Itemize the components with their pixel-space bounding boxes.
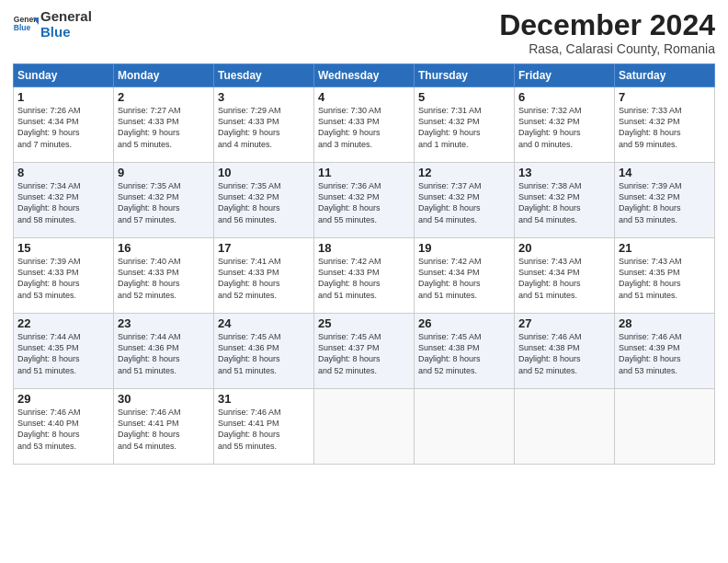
- day-number: 27: [518, 316, 610, 330]
- day-info: Sunrise: 7:45 AMSunset: 4:38 PMDaylight:…: [418, 331, 510, 376]
- day-number: 13: [518, 166, 610, 179]
- day-number: 14: [619, 166, 711, 179]
- day-cell: 17Sunrise: 7:41 AMSunset: 4:33 PMDayligh…: [214, 238, 314, 314]
- day-number: 20: [518, 241, 610, 255]
- day-cell: 8Sunrise: 7:34 AMSunset: 4:32 PMDaylight…: [14, 163, 114, 238]
- col-friday: Friday: [515, 64, 615, 87]
- day-number: 1: [17, 90, 109, 104]
- day-info: Sunrise: 7:27 AMSunset: 4:33 PMDaylight:…: [118, 105, 210, 150]
- day-info: Sunrise: 7:34 AMSunset: 4:32 PMDaylight:…: [17, 180, 109, 225]
- day-number: 21: [619, 241, 711, 255]
- day-info: Sunrise: 7:45 AMSunset: 4:37 PMDaylight:…: [318, 331, 410, 376]
- day-cell: [515, 389, 615, 465]
- logo-text: General Blue: [40, 9, 92, 40]
- col-thursday: Thursday: [415, 64, 515, 87]
- day-number: 17: [218, 241, 310, 255]
- day-info: Sunrise: 7:31 AMSunset: 4:32 PMDaylight:…: [418, 105, 510, 150]
- day-info: Sunrise: 7:29 AMSunset: 4:33 PMDaylight:…: [218, 105, 310, 150]
- day-number: 24: [218, 316, 310, 330]
- week-row-2: 8Sunrise: 7:34 AMSunset: 4:32 PMDaylight…: [14, 163, 715, 238]
- calendar-header-row: Sunday Monday Tuesday Wednesday Thursday…: [14, 64, 715, 87]
- calendar-table: Sunday Monday Tuesday Wednesday Thursday…: [13, 63, 715, 465]
- day-info: Sunrise: 7:33 AMSunset: 4:32 PMDaylight:…: [619, 105, 711, 150]
- day-cell: 6Sunrise: 7:32 AMSunset: 4:32 PMDaylight…: [515, 87, 615, 163]
- col-tuesday: Tuesday: [214, 64, 314, 87]
- day-number: 8: [17, 166, 109, 179]
- day-cell: 16Sunrise: 7:40 AMSunset: 4:33 PMDayligh…: [114, 238, 214, 314]
- day-cell: 12Sunrise: 7:37 AMSunset: 4:32 PMDayligh…: [415, 163, 515, 238]
- day-info: Sunrise: 7:39 AMSunset: 4:33 PMDaylight:…: [17, 256, 109, 301]
- day-number: 23: [118, 316, 210, 330]
- day-cell: 3Sunrise: 7:29 AMSunset: 4:33 PMDaylight…: [214, 87, 314, 163]
- day-cell: 5Sunrise: 7:31 AMSunset: 4:32 PMDaylight…: [415, 87, 515, 163]
- day-info: Sunrise: 7:43 AMSunset: 4:35 PMDaylight:…: [619, 256, 711, 301]
- day-info: Sunrise: 7:46 AMSunset: 4:40 PMDaylight:…: [17, 407, 109, 452]
- week-row-4: 22Sunrise: 7:44 AMSunset: 4:35 PMDayligh…: [14, 314, 715, 389]
- day-cell: [314, 389, 415, 465]
- day-cell: [415, 389, 515, 465]
- day-number: 18: [318, 241, 410, 255]
- day-cell: 27Sunrise: 7:46 AMSunset: 4:38 PMDayligh…: [515, 314, 615, 389]
- day-cell: 23Sunrise: 7:44 AMSunset: 4:36 PMDayligh…: [114, 314, 214, 389]
- day-number: 2: [118, 90, 210, 104]
- day-info: Sunrise: 7:38 AMSunset: 4:32 PMDaylight:…: [518, 180, 610, 225]
- month-title: December 2024: [499, 9, 715, 41]
- day-cell: 31Sunrise: 7:46 AMSunset: 4:41 PMDayligh…: [214, 389, 314, 465]
- day-info: Sunrise: 7:46 AMSunset: 4:39 PMDaylight:…: [619, 331, 711, 376]
- day-cell: 20Sunrise: 7:43 AMSunset: 4:34 PMDayligh…: [515, 238, 615, 314]
- day-info: Sunrise: 7:40 AMSunset: 4:33 PMDaylight:…: [118, 256, 210, 301]
- day-cell: 18Sunrise: 7:42 AMSunset: 4:33 PMDayligh…: [314, 238, 415, 314]
- location-subtitle: Rasa, Calarasi County, Romania: [499, 41, 715, 56]
- day-info: Sunrise: 7:46 AMSunset: 4:38 PMDaylight:…: [518, 331, 610, 376]
- day-info: Sunrise: 7:26 AMSunset: 4:34 PMDaylight:…: [17, 105, 109, 150]
- day-number: 31: [218, 392, 310, 406]
- day-number: 11: [318, 166, 410, 179]
- day-cell: 26Sunrise: 7:45 AMSunset: 4:38 PMDayligh…: [415, 314, 515, 389]
- day-cell: 25Sunrise: 7:45 AMSunset: 4:37 PMDayligh…: [314, 314, 415, 389]
- logo-icon: General Blue: [13, 12, 39, 38]
- day-number: 15: [17, 241, 109, 255]
- day-number: 29: [17, 392, 109, 406]
- day-cell: 9Sunrise: 7:35 AMSunset: 4:32 PMDaylight…: [114, 163, 214, 238]
- day-info: Sunrise: 7:41 AMSunset: 4:33 PMDaylight:…: [218, 256, 310, 301]
- day-number: 3: [218, 90, 310, 104]
- day-cell: 21Sunrise: 7:43 AMSunset: 4:35 PMDayligh…: [615, 238, 715, 314]
- day-cell: 1Sunrise: 7:26 AMSunset: 4:34 PMDaylight…: [14, 87, 114, 163]
- day-cell: 22Sunrise: 7:44 AMSunset: 4:35 PMDayligh…: [14, 314, 114, 389]
- day-info: Sunrise: 7:35 AMSunset: 4:32 PMDaylight:…: [118, 180, 210, 225]
- col-saturday: Saturday: [615, 64, 715, 87]
- day-cell: 11Sunrise: 7:36 AMSunset: 4:32 PMDayligh…: [314, 163, 415, 238]
- day-number: 12: [418, 166, 510, 179]
- day-info: Sunrise: 7:42 AMSunset: 4:34 PMDaylight:…: [418, 256, 510, 301]
- day-info: Sunrise: 7:46 AMSunset: 4:41 PMDaylight:…: [118, 407, 210, 452]
- day-info: Sunrise: 7:35 AMSunset: 4:32 PMDaylight:…: [218, 180, 310, 225]
- col-sunday: Sunday: [14, 64, 114, 87]
- day-number: 5: [418, 90, 510, 104]
- day-number: 9: [118, 166, 210, 179]
- day-number: 6: [518, 90, 610, 104]
- day-number: 19: [418, 241, 510, 255]
- day-cell: 10Sunrise: 7:35 AMSunset: 4:32 PMDayligh…: [214, 163, 314, 238]
- col-monday: Monday: [114, 64, 214, 87]
- day-cell: 24Sunrise: 7:45 AMSunset: 4:36 PMDayligh…: [214, 314, 314, 389]
- day-number: 7: [619, 90, 711, 104]
- day-number: 26: [418, 316, 510, 330]
- day-info: Sunrise: 7:44 AMSunset: 4:36 PMDaylight:…: [118, 331, 210, 376]
- day-number: 16: [118, 241, 210, 255]
- day-info: Sunrise: 7:37 AMSunset: 4:32 PMDaylight:…: [418, 180, 510, 225]
- day-number: 4: [318, 90, 410, 104]
- svg-text:Blue: Blue: [14, 23, 31, 32]
- day-info: Sunrise: 7:45 AMSunset: 4:36 PMDaylight:…: [218, 331, 310, 376]
- day-cell: [615, 389, 715, 465]
- day-info: Sunrise: 7:30 AMSunset: 4:33 PMDaylight:…: [318, 105, 410, 150]
- day-info: Sunrise: 7:39 AMSunset: 4:32 PMDaylight:…: [619, 180, 711, 225]
- day-number: 28: [619, 316, 711, 330]
- col-wednesday: Wednesday: [314, 64, 415, 87]
- day-info: Sunrise: 7:32 AMSunset: 4:32 PMDaylight:…: [518, 105, 610, 150]
- week-row-3: 15Sunrise: 7:39 AMSunset: 4:33 PMDayligh…: [14, 238, 715, 314]
- day-cell: 2Sunrise: 7:27 AMSunset: 4:33 PMDaylight…: [114, 87, 214, 163]
- day-info: Sunrise: 7:36 AMSunset: 4:32 PMDaylight:…: [318, 180, 410, 225]
- logo: General Blue General Blue: [13, 9, 92, 40]
- title-block: December 2024 Rasa, Calarasi County, Rom…: [499, 9, 715, 56]
- day-cell: 13Sunrise: 7:38 AMSunset: 4:32 PMDayligh…: [515, 163, 615, 238]
